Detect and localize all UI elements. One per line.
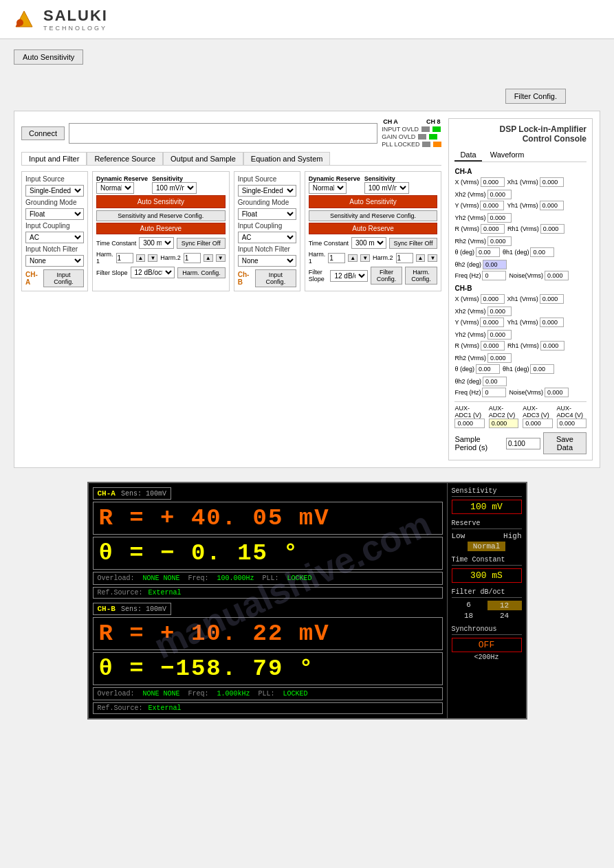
chb-harm2-down[interactable]: ▼	[428, 254, 437, 262]
chb-freq-cell: Freq (Hz) 0	[454, 388, 506, 397]
cha-time-const-label: Time Constant	[96, 240, 136, 247]
chb-yh2-val: 0.000	[487, 330, 512, 340]
auto-sensitivity-button[interactable]: Auto Sensitivity	[14, 49, 83, 65]
connect-button[interactable]: Connect	[21, 126, 65, 140]
chb-harm2-input[interactable]	[396, 253, 413, 263]
chb-filter-config-btn[interactable]: Filter Config.	[371, 267, 402, 285]
svg-point-2	[17, 19, 23, 26]
cha-yh2-cell: Yh2 (Vrms) 0.000	[454, 213, 511, 223]
chb-sens-reserve-btn[interactable]: Sensitivity and Reserve Config.	[309, 210, 438, 221]
cha-coupling-select[interactable]: AC	[25, 232, 84, 243]
cha-input-config-btn[interactable]: Input Config.	[43, 269, 84, 287]
data-chb-label: CH-B	[454, 285, 586, 292]
chb-sens-label: Sensitivity	[364, 175, 409, 182]
chb-input-source-select-row: Single-Ended	[238, 185, 296, 197]
chb-sync-filter-btn[interactable]: Sync Filter Off	[389, 238, 438, 249]
display-chb-freq-label: Freq:	[188, 690, 209, 698]
cha-data-row1: X (Vrms) 0.000 Xh1 (Vrms) 0.000 Xh2 (Vrm…	[454, 177, 586, 199]
chb-theta-label: θ (deg)	[454, 366, 474, 372]
cha-input-source-select[interactable]: Single-Ended	[25, 185, 84, 197]
sample-period-input[interactable]	[506, 438, 540, 449]
cha-auto-reserve-btn[interactable]: Auto Reserve	[96, 223, 226, 234]
tab-equation-system[interactable]: Equation and System	[243, 152, 331, 165]
cha-harm2-up[interactable]: ▲	[204, 254, 213, 262]
chb-input-config-btn[interactable]: Input Config.	[255, 269, 296, 287]
cha-theta-label: θ (deg)	[454, 249, 474, 256]
save-data-button[interactable]: Save Data	[543, 432, 586, 454]
aux-adc4-label: AUX-ADC4 (V)	[557, 405, 586, 419]
dp-reserve-title: Reserve	[452, 520, 522, 529]
cha-time-const-select[interactable]: 300 ms	[139, 237, 174, 249]
display-cha-overload-label: Overload:	[98, 575, 135, 582]
cha-harm2-down[interactable]: ▼	[216, 254, 226, 262]
aux-adc3-label: AUX-ADC3 (V)	[523, 405, 552, 419]
chb-time-const-select[interactable]: 300 ms	[351, 237, 386, 249]
cha-harm-config-btn[interactable]: Harm. Config.	[177, 267, 226, 278]
chb-rh1-label: Rh1 (Vrms)	[507, 342, 539, 349]
display-chb-theta-value: θ = −158. 79 °	[99, 656, 315, 682]
display-channels: CH-A Sens: 100mV R = + 40. 05 mV θ = − 0…	[89, 483, 447, 718]
filter-config-button[interactable]: Filter Config.	[505, 89, 566, 104]
display-chb-status2: Ref.Source: External	[93, 702, 443, 714]
cha-sync-filter-btn[interactable]: Sync Filter Off	[177, 238, 226, 249]
display-cha-r-value: R = + 40. 05 mV	[99, 505, 330, 531]
tab-output-sample[interactable]: Output and Sample	[163, 152, 243, 165]
chb-xh2-cell: Xh2 (Vrms) 0.000	[454, 307, 511, 316]
input-ovld-led-b	[432, 126, 441, 132]
chb-harm1-input[interactable]	[328, 253, 345, 263]
chb-harm1-down[interactable]: ▼	[360, 254, 370, 262]
chb-auto-sens-btn[interactable]: Auto Sensitivity	[309, 195, 438, 208]
tab-input-filter[interactable]: Input and Filter	[21, 152, 87, 165]
chb-filter-slope-select[interactable]: 12 dB/oct	[330, 270, 368, 282]
cha-dynsens-block: Dynamic Reserve Normal Sensitivity 100 m…	[92, 171, 230, 291]
display-cha-status2: Ref.Source: External	[93, 587, 443, 599]
cha-footer-row: CH-A Input Config.	[25, 269, 84, 287]
channel-indicators: CH A CH 8 INPUT OVLD GAIN OVLD PLL	[382, 118, 441, 148]
cha-harm1-down[interactable]: ▼	[148, 254, 157, 262]
cha-harm2-input[interactable]	[184, 253, 201, 263]
cha-auto-sens-btn[interactable]: Auto Sensitivity	[96, 195, 226, 208]
cha-notch-row: Input Notch Filter	[25, 245, 84, 253]
display-cha-pll-label: PLL:	[263, 575, 279, 582]
input-ovld-led-a	[421, 126, 430, 132]
chb-harm2-up[interactable]: ▲	[416, 254, 426, 262]
data-tab-data[interactable]: Data	[454, 149, 481, 162]
chb-dynres-select[interactable]: Normal	[309, 182, 347, 194]
chb-xh2-label: Xh2 (Vrms)	[454, 308, 485, 315]
chb-harm-config-btn[interactable]: Harm. Config.	[405, 267, 438, 285]
gain-ovld-led-a	[418, 134, 426, 140]
chb-input-source-select[interactable]: Single-Ended	[238, 185, 296, 197]
cha-filter-slope-select[interactable]: 12 dB/oct	[131, 267, 175, 278]
cha-thetah2-val: 0.00	[483, 260, 507, 269]
cha-harm1-input[interactable]	[116, 253, 133, 263]
chb-freq-label: Freq (Hz)	[454, 389, 481, 396]
cha-data-row2: Y (Vrms) 0.000 Yh1 (Vrms) 0.000 Yh2 (Vrm…	[454, 201, 586, 223]
cha-notch-select[interactable]: None	[25, 255, 84, 267]
tab-reference-source[interactable]: Reference Source	[87, 152, 163, 165]
cha-harm1-up[interactable]: ▲	[136, 254, 146, 262]
cha-xh1-label: Xh1 (Vrms)	[507, 179, 538, 186]
input-ovld-label: INPUT OVLD	[382, 126, 419, 133]
display-chb-ref-label: Ref.Source:	[98, 704, 143, 712]
cha-grounding-select[interactable]: Float	[25, 208, 84, 220]
data-tab-waveform[interactable]: Waveform	[485, 149, 530, 162]
cha-dynres-label: Dynamic Reserve	[96, 175, 148, 182]
cha-dynres-select[interactable]: Normal	[96, 182, 134, 194]
chb-notch-select[interactable]: None	[238, 255, 296, 267]
chb-sens-select[interactable]: 100 mV/nA	[364, 182, 409, 194]
chb-auto-reserve-btn[interactable]: Auto Reserve	[309, 223, 438, 234]
chb-coupling-select[interactable]: AC	[238, 232, 296, 243]
logo-technology: TECHNOLOGY	[43, 25, 108, 32]
chb-grounding-select[interactable]: Float	[238, 208, 296, 220]
dp-timeconstant-section: Time Constant 300 mS	[452, 556, 522, 583]
cha-grounding-label: Grounding Mode	[25, 199, 77, 206]
chb-data-row4: θ (deg) 0.00 θh1 (deg) 0.00 θh2 (deg) 0.…	[454, 364, 586, 386]
chb-harm1-up[interactable]: ▲	[348, 254, 358, 262]
cha-sens-reserve-btn[interactable]: Sensitivity and Reserve Config.	[96, 210, 226, 221]
cha-label: CH A	[383, 118, 398, 125]
chb-r-cell: R (Vrms) 0.000	[454, 341, 505, 350]
cha-sens-select[interactable]: 100 mV/nA	[152, 182, 197, 194]
chb-xh1-val: 0.000	[540, 294, 564, 304]
pll-led-a	[422, 142, 430, 147]
cha-noise-cell: Noise(Vrms) 0.000	[509, 271, 569, 280]
